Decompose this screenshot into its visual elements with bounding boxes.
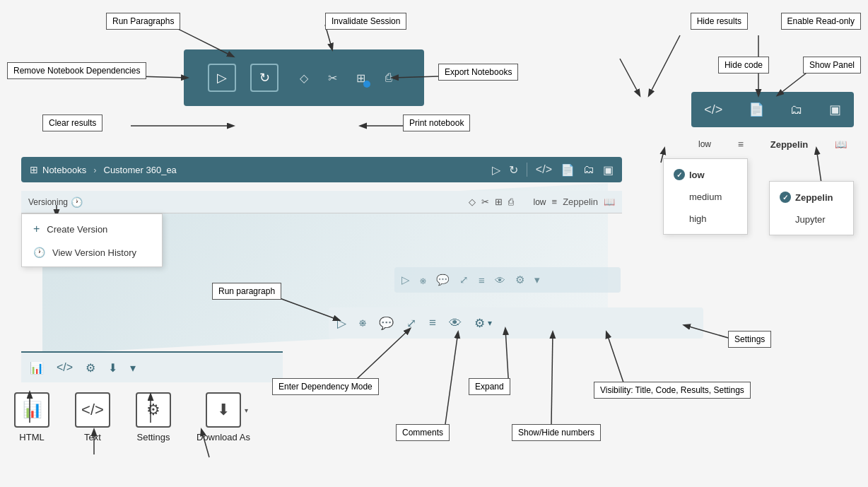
code-icon[interactable]: </> [704,102,722,117]
settings-export-item: ⚙ Settings [136,392,171,442]
export-icon[interactable]: ⊞ [349,66,372,89]
expand-annotation: Expand [469,378,510,395]
html-export-label: HTML [19,432,44,442]
download-as-label: Download As [197,432,250,442]
folder-icon[interactable]: 🗂 [790,102,803,117]
expand-mini-icon[interactable]: ⤢ [459,274,469,286]
settings-para-group[interactable]: ⚙ ▾ [474,316,492,331]
show-panel-label: Show Panel [803,57,861,74]
refresh-button[interactable]: ↻ [250,64,278,92]
settings-export-icon[interactable]: ⚙ [136,392,171,428]
right-toolbar: </> 📄 🗂 ▣ [691,92,854,127]
svg-line-18 [649,35,680,95]
svg-line-9 [445,332,458,424]
breadcrumb-sep: › [93,165,96,175]
gear-icon[interactable]: ⚙ [474,316,485,331]
download-as-item: ⬇ ▾ Download As [197,392,250,442]
zeppelin-item[interactable]: ✓ Zeppelin [770,186,853,209]
print-vb-icon[interactable]: ⎙ [508,196,514,207]
gear-mini-icon[interactable]: ⚙ [515,274,524,286]
download-caret-icon[interactable]: ▾ [130,361,136,375]
eraser-icon[interactable]: ◇ [293,66,315,89]
bottom-icon-row: 📊 </> ⚙ ⬇ ▾ [21,351,283,382]
eye-mini-icon[interactable]: 👁 [495,274,505,286]
show-hide-numbers-annotation: Show/Hide numbers [512,424,601,441]
visibility-annotation: Visibility: Title, Code, Results, Settin… [594,382,751,399]
book-vb-icon[interactable]: 📖 [604,196,615,207]
run-para-icon[interactable]: ▷ [337,316,346,331]
jupyter-item[interactable]: Jupyter [770,209,853,230]
level-high-label: high [689,213,707,224]
interpreter-dropdown: ✓ Zeppelin Jupyter [769,181,854,235]
folder-nb-icon[interactable]: 🗂 [583,163,594,176]
panel-nb-icon[interactable]: ▣ [603,163,614,177]
list-vb-icon[interactable]: ≡ [552,196,558,207]
numbering-icon[interactable]: ≡ [429,316,436,330]
run-nb-icon[interactable]: ▷ [492,163,500,177]
comments-icon[interactable]: 💬 [379,316,394,331]
scissors-icon[interactable]: ✂ [321,66,344,89]
text-export-icon[interactable]: </> [75,392,110,428]
jupyter-label: Jupyter [795,214,826,225]
plus-icon: + [33,223,40,235]
versioning-bar: Versioning 🕐 ◇ ✂ ⊞ ⎙ low ≡ Zeppelin 📖 [21,191,622,213]
run-button[interactable]: ▷ [208,64,236,92]
notebook-icon: ⊞ [30,164,38,175]
tree-mini-icon[interactable]: ⎈ [420,274,426,286]
text-export-item: </> Text [75,392,110,442]
text-export-label: Text [84,432,101,442]
notebook-bar: ⊞ Notebooks › Customer 360_ea ▷ ↻ </> 📄 … [21,157,622,182]
low-label-right: low [698,139,711,149]
print-icon[interactable]: ⎙ [377,66,400,89]
comment-mini-icon[interactable]: 💬 [436,274,450,286]
create-version-item[interactable]: + Create Version [22,217,162,241]
level-low-item[interactable]: ✓ low [664,163,747,186]
refresh-nb-icon[interactable]: ↻ [509,163,518,177]
clear-results-label: Clear results [42,115,102,131]
low-badge[interactable]: low [534,197,546,207]
book-right-icon[interactable]: 📖 [835,139,847,150]
bottom-icons: 📊 HTML </> Text ⚙ Settings ⬇ ▾ Download … [14,392,250,442]
dependency-icon[interactable]: ⎈ [359,316,366,330]
view-version-history-item[interactable]: 🕐 View Version History [22,241,162,264]
main-toolbar: ▷ ↻ ◇ ✂ ⊞ ⎙ [184,49,424,106]
level-high-item[interactable]: high [664,208,747,230]
scissors-vb-icon[interactable]: ✂ [481,196,489,207]
visibility-icon[interactable]: 👁 [449,316,462,331]
code-nb-icon[interactable]: </> [536,163,552,176]
enable-readonly-label: Enable Read-only [781,13,861,30]
zeppelin-label: Zeppelin [795,192,833,203]
level-medium-item[interactable]: medium [664,186,747,208]
para-toolbar-mini: ▷ ⎈ 💬 ⤢ ≡ 👁 ⚙ ▾ [394,267,621,293]
export-notebooks-label: Export Notebooks [438,64,518,81]
list-mini-icon[interactable]: ≡ [479,274,485,286]
level-medium-label: medium [689,192,722,202]
remove-notebook-deps-label: Remove Notebook Dependencies [7,62,146,79]
code-icon-row[interactable]: </> [57,361,73,374]
run-paragraphs-label: Run Paragraphs [106,13,180,30]
versioning-label: Versioning 🕐 [28,196,83,208]
html-export-icon[interactable]: 📊 [14,392,49,428]
doc-icon[interactable]: 📄 [749,102,764,117]
html-icon-row[interactable]: 📊 [30,361,44,375]
chevron-down-icon[interactable]: ▾ [488,318,492,328]
list-right-icon[interactable]: ≡ [738,139,744,150]
expand-icon[interactable]: ⤢ [406,316,416,331]
breadcrumb-notebooks[interactable]: Notebooks [42,165,86,175]
settings-icon-row[interactable]: ⚙ [86,361,95,375]
doc-nb-icon[interactable]: 📄 [561,163,575,177]
run-mini-icon[interactable]: ▷ [401,274,410,286]
hide-results-label: Hide results [691,13,748,30]
run-paragraph-annotation: Run paragraph [212,283,281,300]
print-notebook-label: Print notebook [403,115,470,131]
eraser-vb-icon[interactable]: ◇ [469,196,476,207]
download-icon-row[interactable]: ⬇ [108,361,117,375]
export-vb-icon[interactable]: ⊞ [495,196,503,207]
invalidate-session-label: Invalidate Session [325,13,406,30]
version-menu: + Create Version 🕐 View Version History [21,213,163,267]
panel-icon[interactable]: ▣ [829,102,841,117]
download-as-icon[interactable]: ⬇ ▾ [206,392,241,428]
settings-export-label: Settings [137,432,170,442]
chevron-mini-icon[interactable]: ▾ [534,274,540,286]
breadcrumb-notebook-name: Customer 360_ea [104,165,177,175]
